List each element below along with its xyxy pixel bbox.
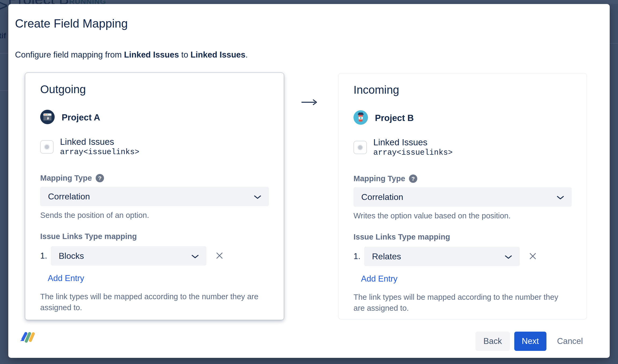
- background-divider: [610, 43, 618, 44]
- field-name: Linked Issues: [60, 137, 139, 147]
- mapping-type-value: Correlation: [48, 192, 90, 202]
- background-divider: [0, 90, 8, 91]
- chevron-down-icon: [505, 252, 512, 261]
- dialog-subtitle: Configure field mapping from Linked Issu…: [15, 50, 248, 60]
- browser-window-icon: [40, 110, 55, 125]
- subtitle-from-field: Linked Issues: [124, 50, 179, 59]
- chevron-down-icon: [557, 192, 564, 202]
- mapping-type-value: Correlation: [361, 192, 403, 202]
- links-mapping-note: The link types will be mapped according …: [40, 291, 265, 313]
- add-entry-link[interactable]: Add Entry: [361, 274, 397, 284]
- panel-direction-title: Outgoing: [40, 83, 269, 96]
- entry-number: 1.: [353, 252, 364, 261]
- link-type-entry-row: 1. Relates: [353, 247, 572, 266]
- remove-entry-button[interactable]: [215, 252, 224, 260]
- mapping-type-help-text: Sends the position of an option.: [40, 211, 269, 220]
- chevron-down-icon: [254, 192, 261, 202]
- add-entry-link[interactable]: Add Entry: [48, 274, 84, 283]
- panel-direction-title: Incoming: [353, 84, 572, 96]
- mapping-type-select[interactable]: Correlation: [40, 187, 269, 206]
- question-mark-icon[interactable]: ?: [96, 174, 104, 182]
- project-name: Project B: [375, 113, 414, 123]
- remove-entry-button[interactable]: [529, 252, 537, 261]
- mapping-type-label-row: Mapping Type ?: [353, 174, 572, 183]
- field-info: Linked Issues array<issuelinks>: [60, 137, 139, 157]
- right-arrow-icon: [301, 98, 318, 107]
- question-mark-icon[interactable]: ?: [409, 175, 417, 183]
- field-row: Linked Issues array<issuelinks>: [40, 137, 269, 157]
- starburst-icon: [353, 141, 367, 154]
- incoming-panel: Incoming Project B Li: [338, 73, 587, 319]
- field-name: Linked Issues: [373, 138, 453, 147]
- mapping-type-select[interactable]: Correlation: [353, 187, 572, 207]
- field-row: Linked Issues array<issuelinks>: [353, 138, 572, 157]
- create-field-mapping-dialog: Create Field Mapping Configure field map…: [8, 4, 610, 358]
- mapping-type-label-row: Mapping Type ?: [40, 174, 269, 183]
- link-type-select[interactable]: Relates: [364, 247, 520, 266]
- breadcrumb-chevron: >: [0, 0, 8, 16]
- issue-links-mapping-label: Issue Links Type mapping: [353, 233, 572, 241]
- x-icon: [529, 252, 537, 261]
- project-row: Project B: [353, 110, 572, 126]
- field-info: Linked Issues array<issuelinks>: [373, 138, 453, 157]
- x-icon: [215, 252, 224, 260]
- link-type-select[interactable]: Blocks: [51, 246, 206, 266]
- link-type-value: Relates: [372, 252, 401, 261]
- entry-number: 1.: [40, 251, 51, 261]
- background-text-fragment: tif: [0, 32, 6, 40]
- project-row: Project A: [40, 110, 269, 125]
- subtitle-to-field: Linked Issues: [191, 50, 245, 59]
- subtitle-text: Configure field mapping from: [15, 50, 124, 59]
- mapping-type-help-text: Writes the option value based on the pos…: [353, 211, 572, 220]
- outgoing-panel: Outgoing Project A: [25, 73, 284, 320]
- dialog-footer-buttons: Back Next Cancel: [475, 332, 583, 351]
- subtitle-text: to: [179, 50, 191, 59]
- next-button[interactable]: Next: [514, 332, 546, 351]
- starburst-icon: [40, 140, 54, 154]
- field-type: array<issuelinks>: [60, 148, 139, 157]
- dialog-title: Create Field Mapping: [15, 17, 128, 30]
- chevron-down-icon: [192, 251, 199, 261]
- back-button[interactable]: Back: [475, 332, 510, 351]
- exalate-logo: [19, 332, 37, 348]
- background-divider: [0, 53, 8, 54]
- mapping-type-label: Mapping Type: [40, 174, 92, 183]
- mapping-type-label: Mapping Type: [353, 174, 405, 183]
- coffee-cup-icon: [353, 110, 368, 126]
- links-mapping-note: The link types will be mapped according …: [353, 292, 572, 313]
- field-type: array<issuelinks>: [373, 148, 453, 157]
- link-type-value: Blocks: [59, 251, 84, 261]
- project-name: Project A: [62, 112, 100, 123]
- link-type-entry-row: 1. Blocks: [40, 246, 269, 266]
- subtitle-text: .: [245, 50, 248, 59]
- issue-links-mapping-label: Issue Links Type mapping: [40, 232, 269, 241]
- cancel-button[interactable]: Cancel: [557, 336, 583, 346]
